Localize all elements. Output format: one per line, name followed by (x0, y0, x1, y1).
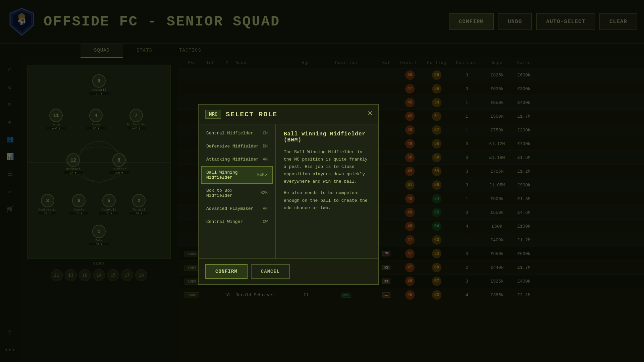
dialog-overlay: MRC Select Role ✕ Central Midfielder CM … (0, 0, 644, 362)
role-item-cm[interactable]: Central Midfielder CM (201, 127, 273, 139)
dialog-confirm-button[interactable]: CONFIRM (205, 264, 248, 279)
role-code-bwm: BWM (257, 173, 265, 177)
dialog-title: Select Role (226, 111, 277, 118)
role-list: Central Midfielder CM Defensive Midfield… (199, 124, 276, 258)
role-name-cw: Central Winger (206, 219, 243, 224)
role-description: Ball Winning Midfielder (BWM) The Ball W… (276, 124, 378, 258)
role-code-cw: CW (263, 220, 268, 224)
dialog-cancel-button[interactable]: CANCEL (251, 264, 290, 279)
role-name-dm: Defensive Midfielder (206, 144, 259, 149)
role-item-ap[interactable]: Advanced Playmaker AP (201, 202, 273, 215)
role-code-cm: CM (263, 131, 268, 136)
role-check-bwm: ✓ (264, 172, 268, 178)
role-code-am: AM (263, 157, 268, 162)
role-name-cm: Central Midfielder (206, 131, 253, 136)
role-desc-title: Ball Winning Midfielder (BWM) (284, 131, 370, 143)
dialog-mrc-badge: MRC (205, 110, 221, 119)
role-item-b2b[interactable]: Box to Box Midfielder B2B (201, 184, 273, 202)
role-item-am[interactable]: Attacking Midfielder AM (201, 153, 273, 166)
role-item-dm[interactable]: Defensive Midfielder DM (201, 140, 273, 153)
role-item-cw[interactable]: Central Winger CW (201, 216, 273, 228)
role-desc-paragraph-2: He also needs to be competent enough on … (284, 189, 370, 212)
role-desc-paragraph-1: The Ball Winning Midfielder in the MC po… (284, 148, 370, 185)
dialog-body: Central Midfielder CM Defensive Midfield… (199, 124, 378, 258)
role-code-ap: AP (263, 206, 268, 211)
role-code-dm: DM (263, 144, 268, 149)
role-name-bwm: Ball Winning Midfielder (206, 170, 257, 180)
dialog-header: MRC Select Role ✕ (199, 105, 378, 124)
select-role-dialog: MRC Select Role ✕ Central Midfielder CM … (198, 104, 379, 285)
role-item-bwm[interactable]: Ball Winning Midfielder BWM ✓ (201, 166, 273, 184)
role-name-b2b: Box to Box Midfielder (206, 188, 260, 198)
role-code-b2b: B2B (260, 191, 268, 195)
role-name-ap: Advanced Playmaker (206, 206, 253, 211)
dialog-close-button[interactable]: ✕ (367, 109, 373, 117)
role-name-am: Attacking Midfielder (206, 157, 259, 162)
dialog-footer: CONFIRM CANCEL (199, 258, 378, 284)
